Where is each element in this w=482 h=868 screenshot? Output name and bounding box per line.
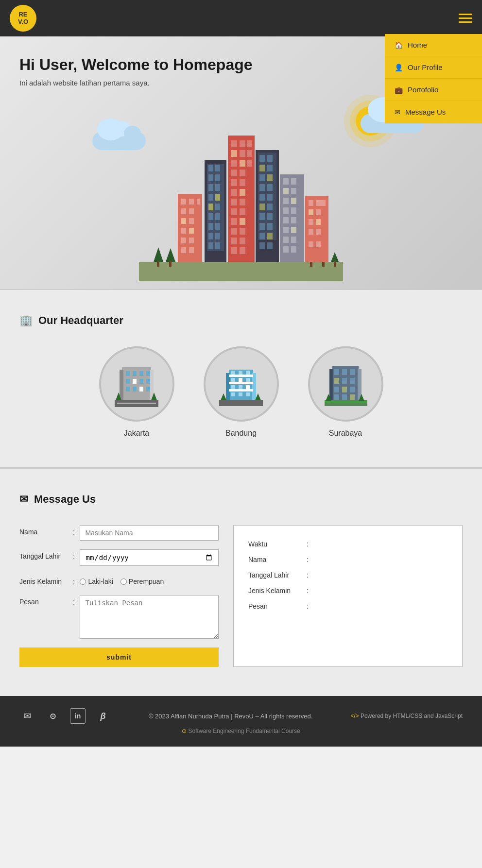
svg-rect-174: [334, 387, 339, 392]
pesan-label: Pesan: [19, 595, 68, 606]
svg-rect-118: [309, 219, 313, 225]
svg-rect-51: [247, 150, 252, 157]
svg-rect-61: [231, 199, 237, 205]
svg-rect-128: [133, 371, 137, 376]
svg-rect-100: [283, 198, 289, 204]
email-icon[interactable]: ✉: [19, 708, 35, 724]
svg-rect-68: [240, 228, 245, 235]
svg-rect-13: [189, 199, 194, 204]
pesan-textarea[interactable]: [80, 595, 219, 639]
svg-rect-122: [309, 241, 313, 247]
message-section: ✉ Message Us Nama : Tanggal Lahir : Jeni…: [0, 468, 482, 696]
svg-rect-147: [229, 382, 253, 384]
github-icon[interactable]: ⊙: [45, 708, 60, 724]
svg-rect-17: [181, 218, 186, 224]
hq-circle-bandung: [204, 346, 279, 422]
preview-panel: Waktu : Nama : Tanggal Lahir : Jenis Kel…: [233, 525, 463, 667]
svg-rect-67: [231, 228, 237, 235]
svg-rect-135: [126, 387, 130, 391]
svg-rect-91: [259, 233, 265, 239]
svg-rect-65: [231, 218, 237, 225]
svg-rect-21: [181, 238, 186, 243]
radio-laki[interactable]: [80, 579, 86, 585]
svg-rect-110: [283, 246, 289, 253]
form-layout: Nama : Tanggal Lahir : Jenis Kelamin : L…: [19, 525, 463, 667]
linkedin-icon[interactable]: in: [70, 708, 86, 724]
svg-rect-49: [231, 150, 237, 157]
logo[interactable]: RE V.O: [10, 5, 36, 32]
svg-rect-107: [291, 227, 296, 233]
svg-rect-16: [189, 208, 194, 214]
nav-message-us[interactable]: ✉ Message Us: [385, 101, 482, 123]
preview-pesan-key: Pesan: [248, 602, 302, 610]
submit-button[interactable]: submit: [19, 647, 219, 667]
svg-marker-3: [166, 248, 175, 262]
svg-rect-28: [215, 165, 220, 171]
svg-rect-40: [215, 223, 220, 230]
svg-rect-46: [231, 140, 237, 147]
navbar: RE V.O 🏠 Home 👤 Our Profile 💼 Portofolio…: [0, 0, 482, 36]
tanggal-input[interactable]: [80, 549, 219, 566]
svg-rect-108: [283, 237, 289, 243]
svg-rect-106: [283, 227, 289, 233]
svg-rect-93: [259, 242, 265, 249]
svg-rect-152: [231, 378, 235, 382]
radio-perempuan[interactable]: [120, 579, 127, 585]
svg-rect-178: [342, 394, 347, 400]
nama-input[interactable]: [80, 525, 219, 541]
radio-laki-label[interactable]: Laki-laki: [80, 578, 113, 585]
svg-rect-72: [240, 247, 245, 254]
hq-circle-surabaya: [308, 346, 383, 422]
nama-label: Nama: [19, 525, 68, 536]
svg-rect-123: [316, 241, 321, 247]
blog-icon[interactable]: β: [95, 708, 111, 724]
nav-portofolio[interactable]: 💼 Portofolio: [385, 79, 482, 101]
svg-rect-47: [240, 140, 245, 147]
tanggal-row: Tanggal Lahir :: [19, 549, 219, 566]
svg-rect-88: [267, 213, 273, 220]
svg-rect-34: [215, 194, 220, 201]
footer: ✉ ⊙ in β © 2023 Alfian Nurhuda Putra | R…: [0, 696, 482, 747]
svg-rect-24: [189, 247, 194, 253]
svg-rect-75: [259, 155, 265, 162]
preview-pesan-row: Pesan :: [248, 602, 448, 610]
preview-nama-key: Nama: [248, 556, 302, 563]
gender-radio-group: Laki-laki Perempuan: [80, 575, 164, 585]
svg-rect-38: [215, 213, 220, 220]
preview-jenis-key: Jenis Kelamin: [248, 587, 302, 595]
svg-rect-125: [120, 370, 123, 401]
svg-rect-87: [259, 213, 265, 220]
jenis-row: Jenis Kelamin : Laki-laki Perempuan: [19, 575, 219, 586]
svg-rect-154: [246, 378, 250, 382]
svg-marker-1: [154, 247, 163, 262]
footer-copyright: © 2023 Alfian Nurhuda Putra | RevoU – Al…: [149, 713, 312, 720]
svg-rect-90: [267, 223, 273, 230]
message-icon: ✉: [19, 493, 28, 506]
hq-cards: Jakarta: [19, 346, 463, 438]
radio-perempuan-label[interactable]: Perempuan: [120, 578, 164, 585]
svg-rect-130: [146, 371, 150, 376]
svg-rect-109: [291, 237, 296, 243]
svg-rect-57: [231, 179, 237, 186]
hq-card-jakarta: Jakarta: [99, 346, 174, 438]
preview-tanggal-key: Tanggal Lahir: [248, 571, 302, 579]
svg-rect-138: [146, 387, 150, 391]
svg-rect-176: [350, 387, 355, 392]
svg-rect-43: [208, 242, 213, 249]
svg-rect-156: [239, 385, 242, 389]
svg-rect-53: [240, 160, 245, 167]
svg-rect-120: [309, 229, 313, 235]
svg-rect-80: [267, 174, 273, 181]
footer-social-icons: ✉ ⊙ in β: [19, 708, 111, 724]
svg-rect-63: [231, 208, 237, 215]
svg-rect-82: [267, 184, 273, 191]
preview-waktu-row: Waktu :: [248, 540, 448, 548]
nav-our-profile[interactable]: 👤 Our Profile: [385, 56, 482, 79]
svg-rect-168: [334, 369, 339, 375]
svg-rect-127: [126, 371, 130, 376]
svg-rect-140: [117, 403, 156, 404]
nav-home[interactable]: 🏠 Home: [385, 34, 482, 56]
hamburger-button[interactable]: [459, 14, 472, 23]
svg-rect-78: [267, 165, 273, 171]
svg-rect-116: [309, 209, 313, 215]
